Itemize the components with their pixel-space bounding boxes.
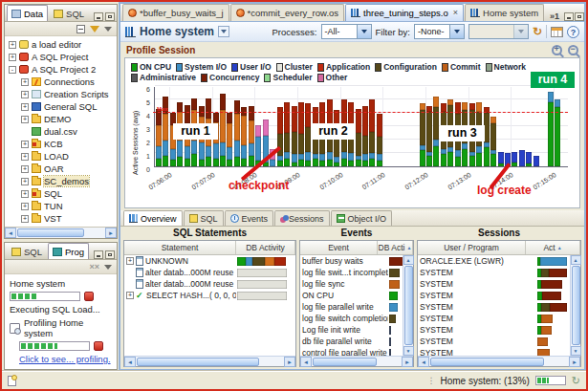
tree-item[interactable]: +General SQL — [5, 100, 117, 113]
expander-icon[interactable]: + — [9, 41, 16, 49]
expander-icon[interactable]: + — [21, 190, 29, 198]
chevron-down-icon[interactable] — [513, 25, 528, 38]
notification-icon[interactable] — [8, 376, 16, 386]
expander-icon[interactable]: + — [21, 215, 29, 223]
tree-item[interactable]: +OAR — [5, 163, 117, 175]
detail-tab-sessions[interactable]: Sessions — [274, 210, 330, 226]
table-row[interactable]: db file parallel write — [300, 336, 413, 347]
stop-button[interactable] — [94, 341, 103, 351]
view-menu-icon[interactable] — [104, 265, 112, 270]
tree-item[interactable]: +Connections — [5, 76, 117, 88]
minimize-view-icon[interactable] — [94, 12, 103, 21]
tree-item[interactable]: +KCB — [5, 138, 117, 150]
tree-item[interactable]: +Creation Scripts — [5, 88, 117, 100]
scroll-left-icon[interactable]: ◄ — [5, 228, 16, 238]
column-header[interactable]: DB Activity — [236, 241, 295, 254]
scroll-thumb[interactable] — [572, 266, 580, 345]
table-row[interactable]: log file sync — [300, 278, 413, 290]
maximize-view-icon[interactable] — [105, 12, 115, 21]
table-row[interactable]: log file parallel write — [300, 301, 413, 313]
background-task-icon[interactable]: ↻ — [572, 376, 580, 386]
scroll-thumb[interactable] — [430, 358, 544, 366]
tree-item[interactable]: +TUN — [5, 200, 117, 212]
tree-item[interactable]: +SC_demos — [5, 175, 117, 187]
scroll-thumb[interactable] — [137, 358, 259, 366]
scroll-right-icon[interactable]: ► — [569, 357, 580, 367]
chevron-down-icon[interactable] — [449, 25, 464, 38]
table-row[interactable]: +UNKNOWN — [124, 255, 295, 267]
table-row[interactable]: SYSTEM — [418, 278, 580, 290]
table-row[interactable]: +SELECT HASH...( 0, 0, 0 ) — [124, 290, 295, 301]
tree-item[interactable]: +A SQL Project — [5, 51, 117, 63]
scroll-thumb[interactable] — [313, 358, 377, 366]
editor-tab[interactable]: three_tuning_steps.o× — [345, 4, 464, 21]
scroll-up-icon[interactable]: ▲ — [571, 255, 581, 265]
view-tab-prog[interactable]: Prog — [48, 243, 89, 259]
view-tab-data[interactable]: Data — [7, 5, 48, 21]
expander-icon[interactable]: + — [21, 203, 29, 210]
table-row[interactable]: ORACLE.EXE (LGWR) — [418, 255, 580, 267]
processes-select[interactable]: -All- — [321, 24, 372, 39]
close-icon[interactable]: × — [453, 9, 458, 17]
tab-overflow-indicator[interactable]: »1 — [550, 11, 559, 21]
scroll-left-icon[interactable]: ◄ — [418, 357, 429, 367]
expander-icon[interactable]: + — [21, 141, 29, 148]
table-row[interactable]: +alter datab...000M reuse — [124, 278, 295, 290]
tree-item[interactable]: -A SQL Project 2 — [5, 63, 117, 76]
expander-icon[interactable]: + — [21, 153, 29, 161]
column-header[interactable]: Act▲ — [526, 241, 580, 254]
maximize-editor-icon[interactable] — [575, 12, 584, 21]
detail-tab-object-i-o[interactable]: Object I/O — [331, 210, 393, 226]
refresh-icon[interactable]: ↻ — [533, 26, 542, 37]
filter-icon[interactable] — [90, 26, 99, 33]
scroll-right-icon[interactable]: ► — [105, 228, 117, 238]
maximize-view-icon[interactable] — [105, 250, 115, 259]
horizontal-scrollbar[interactable]: ◄► — [300, 356, 413, 366]
expander-icon[interactable]: + — [21, 78, 29, 86]
tree-horizontal-scrollbar[interactable]: ◄ ► — [5, 227, 117, 238]
expander-icon[interactable]: + — [126, 257, 134, 265]
filter-value-select[interactable] — [468, 24, 529, 39]
view-menu-icon[interactable] — [104, 27, 112, 32]
scroll-thumb[interactable] — [404, 266, 413, 345]
scroll-up-icon[interactable]: ▲ — [403, 255, 414, 265]
table-row[interactable]: SYSTEM — [418, 313, 580, 324]
editor-tab[interactable]: *commit_every_row.os — [230, 4, 345, 21]
table-row[interactable]: +alter datab...000M reuse — [124, 267, 295, 278]
stop-button[interactable] — [84, 292, 94, 301]
chevron-down-icon[interactable] — [357, 25, 371, 38]
horizontal-scrollbar[interactable]: ◄► — [124, 356, 295, 366]
editor-tab[interactable]: Home system — [465, 4, 544, 21]
help-icon[interactable]: ? — [567, 26, 579, 38]
expander-icon[interactable]: + — [21, 165, 29, 173]
collapse-all-icon[interactable] — [76, 25, 85, 33]
table-row[interactable]: SYSTEM — [418, 301, 580, 313]
see-profiling-link[interactable]: Click to see... profiling. — [19, 354, 111, 364]
expander-icon[interactable]: + — [21, 116, 29, 123]
vertical-scrollbar[interactable]: ▲▼ — [570, 255, 580, 356]
column-header[interactable]: Event — [300, 241, 378, 254]
table-row[interactable]: SYSTEM — [418, 324, 580, 336]
detail-tab-overview[interactable]: Overview — [123, 210, 183, 226]
view-tab-sql[interactable]: SQL — [7, 243, 47, 259]
clear-completed-icon[interactable]: ×× — [89, 263, 99, 272]
scroll-right-icon[interactable]: ► — [402, 357, 413, 367]
editor-tab[interactable]: *buffer_busy_waits_j — [122, 4, 229, 21]
column-header[interactable]: DB Acti▲ — [378, 241, 413, 254]
minimize-view-icon[interactable] — [94, 250, 103, 259]
scroll-down-icon[interactable]: ▼ — [571, 346, 581, 356]
scroll-left-icon[interactable]: ◄ — [300, 357, 312, 367]
filter-select[interactable]: -None- — [414, 24, 465, 39]
vertical-scrollbar[interactable]: ▲▼ — [403, 255, 413, 356]
column-header[interactable]: Statement — [124, 241, 236, 254]
expander-icon[interactable]: + — [126, 292, 134, 299]
column-header[interactable]: User / Program — [418, 241, 526, 254]
tree-item[interactable]: +LOAD — [5, 150, 117, 163]
tree-item[interactable]: +VST — [5, 212, 117, 225]
tree-item[interactable]: +SQL — [5, 187, 117, 200]
scroll-thumb[interactable] — [17, 228, 84, 237]
zoom-out-icon[interactable] — [568, 45, 578, 55]
zoom-in-icon[interactable] — [552, 45, 562, 55]
scroll-down-icon[interactable]: ▼ — [403, 346, 414, 356]
table-row[interactable]: buffer busy waits — [300, 255, 413, 267]
